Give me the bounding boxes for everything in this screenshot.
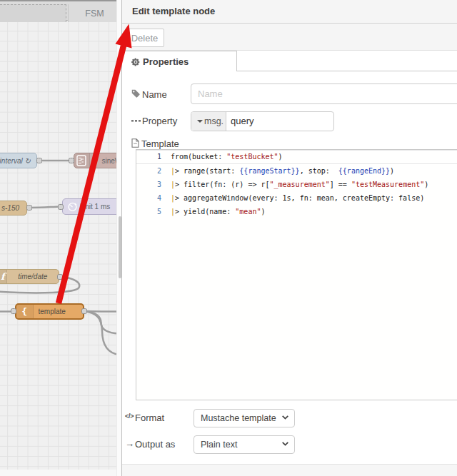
flow-tabbar: FSM xyxy=(0,0,121,21)
template-code-editor[interactable]: 1from(bucket: "testBucket")2|> range(sta… xyxy=(136,149,457,400)
name-input[interactable] xyxy=(191,83,457,104)
arrow-right-icon: → xyxy=(125,438,134,449)
code-token-str: "mean" xyxy=(235,208,261,216)
ellipsis-icon xyxy=(131,118,141,123)
code-token-code: ) xyxy=(278,153,283,161)
line-number: 4 xyxy=(136,191,161,205)
edit-template-node-dialog: Edit template node Delete Properties Nam… xyxy=(121,0,457,476)
s150-label: s-150 xyxy=(0,201,26,215)
code-token-code: from(bucket: xyxy=(171,153,226,161)
node-port[interactable] xyxy=(57,274,63,280)
flow-wires xyxy=(0,0,121,476)
node-port[interactable] xyxy=(69,158,74,163)
format-label: Format xyxy=(135,412,164,423)
template-label: template xyxy=(16,305,83,318)
code-token-code: > yield(name: xyxy=(175,208,235,216)
code-token-code: > aggregateWindow(every: 1s, fn: mean, c… xyxy=(175,194,424,202)
code-text: from(bucket: "testBucket") xyxy=(171,151,283,163)
code-token-code: , stop: xyxy=(300,167,338,175)
node-port[interactable] xyxy=(11,308,16,314)
dialog-tab-row: Properties xyxy=(122,51,457,71)
code-line-3[interactable]: 3|> filter(fn: (r) => r["_measurement"] … xyxy=(136,178,457,191)
code-token-str: "testMeasurement" xyxy=(351,181,424,188)
tab-properties[interactable]: Properties xyxy=(122,51,237,71)
code-text: |> range(start: {{rangeStart}}, stop: {{… xyxy=(171,164,394,178)
workspace-scrollbar[interactable] xyxy=(116,0,121,476)
code-token-var: {{rangeStart}} xyxy=(239,167,299,175)
dialog-toolbar: Delete xyxy=(122,24,457,51)
line-number: 2 xyxy=(136,164,161,178)
format-select[interactable]: Mustache template xyxy=(194,409,295,427)
property-value[interactable]: query xyxy=(231,112,254,131)
flow-node-template[interactable]: {template xyxy=(15,303,84,320)
code-format-icon: </> xyxy=(125,412,134,420)
code-line-4[interactable]: 4|> aggregateWindow(every: 1s, fn: mean,… xyxy=(136,191,457,205)
timedate-label: time/date xyxy=(0,270,59,283)
tab-properties-label: Properties xyxy=(143,51,189,72)
node-port[interactable] xyxy=(26,205,32,211)
name-label: Name xyxy=(142,89,167,100)
code-text: |> yield(name: "mean") xyxy=(171,205,265,218)
code-token-str: "_measurement" xyxy=(269,181,329,188)
format-select-value: Mustache template xyxy=(201,410,276,427)
output-as-label: Output as xyxy=(135,439,175,450)
flow-node-timedate[interactable]: ftime/date xyxy=(0,269,59,284)
interval-label: interval ↻ xyxy=(0,153,36,168)
node-port[interactable] xyxy=(36,158,42,163)
code-token-var: {{rangeEnd}} xyxy=(338,167,390,175)
code-token-str: "testBucket" xyxy=(226,153,278,161)
code-text: |> aggregateWindow(every: 1s, fn: mean, … xyxy=(171,191,424,205)
line-number: 3 xyxy=(136,178,161,191)
output-as-select-value: Plain text xyxy=(201,436,237,453)
flow-tab-fsm[interactable]: FSM xyxy=(68,4,121,22)
template-file-icon xyxy=(131,138,139,148)
node-port[interactable] xyxy=(81,308,87,314)
node-port[interactable] xyxy=(58,204,64,210)
tab-row-divider xyxy=(237,71,457,71)
caret-down-icon xyxy=(197,120,203,123)
chevron-down-icon xyxy=(282,415,288,420)
code-token-code: ) xyxy=(390,167,394,175)
property-label: Property xyxy=(142,116,177,126)
property-type-select-button[interactable]: msg. xyxy=(191,112,226,131)
flow-tab-unnamed[interactable] xyxy=(0,4,66,22)
flow-node-limit[interactable]: limit 1 ms xyxy=(62,198,124,215)
gear-icon xyxy=(131,58,140,66)
code-token-code: > range(start: xyxy=(175,167,239,175)
line-number: 1 xyxy=(136,151,161,163)
code-text: |> filter(fn: (r) => r["_measurement"] =… xyxy=(171,178,428,191)
code-token-code: ) xyxy=(261,208,265,216)
flow-tab-fsm-label: FSM xyxy=(85,9,104,19)
output-as-select[interactable]: Plain text xyxy=(194,435,295,454)
dialog-footer xyxy=(122,464,457,476)
dialog-title: Edit template node xyxy=(132,0,215,23)
chevron-down-icon xyxy=(282,442,288,446)
code-token-code: > filter(fn: (r) => r[ xyxy=(175,181,269,188)
limit-label: limit 1 ms xyxy=(63,199,124,214)
template-label: Template xyxy=(141,138,179,149)
code-line-5[interactable]: 5|> yield(name: "mean") xyxy=(136,205,457,218)
delete-button[interactable]: Delete xyxy=(125,29,164,47)
dialog-header: Edit template node xyxy=(122,0,457,24)
code-token-code: ] == xyxy=(330,181,351,188)
property-type-label: msg. xyxy=(204,112,224,131)
line-number: 5 xyxy=(136,205,161,218)
flow-wire[interactable] xyxy=(29,207,61,208)
flow-workspace[interactable]: interval ↻sineWs-150limit 1 msftime/date… xyxy=(0,0,121,476)
code-line-1[interactable]: 1from(bucket: "testBucket") xyxy=(136,150,457,164)
property-typed-input: msg. query xyxy=(191,111,334,131)
tag-icon xyxy=(131,89,140,98)
code-token-code: ) xyxy=(424,181,428,188)
code-line-2[interactable]: 2|> range(start: {{rangeStart}}, stop: {… xyxy=(136,164,457,178)
node-red-editor: interval ↻sineWs-150limit 1 msftime/date… xyxy=(0,0,457,476)
flow-node-s150[interactable]: s-150 xyxy=(0,201,27,216)
flow-node-interval[interactable]: interval ↻ xyxy=(0,153,37,168)
